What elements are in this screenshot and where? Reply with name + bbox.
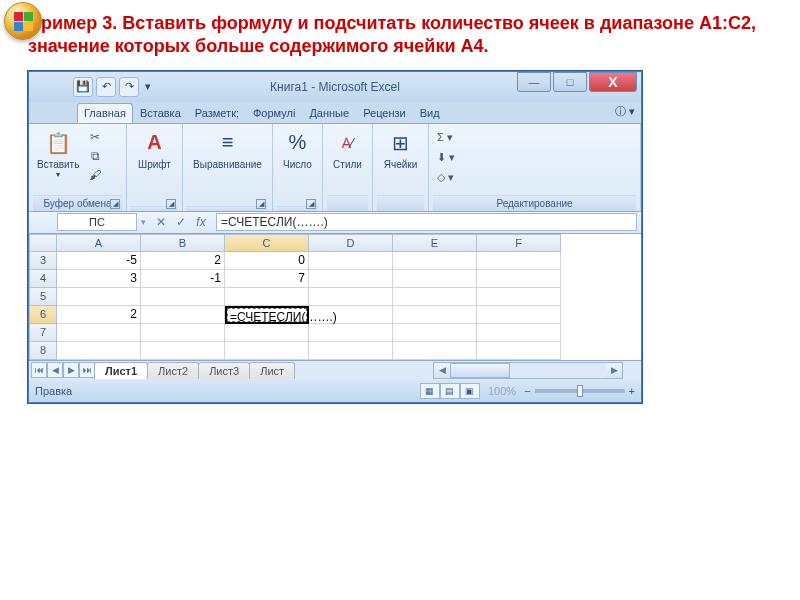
sheet-tab-2[interactable]: Лист2: [147, 362, 199, 379]
cell[interactable]: [57, 324, 141, 342]
row-header-3[interactable]: 3: [29, 252, 57, 270]
cell[interactable]: [309, 270, 393, 288]
cell[interactable]: 3: [57, 270, 141, 288]
alignment-group-button[interactable]: ≡Выравнивание: [187, 127, 268, 172]
cell[interactable]: 2: [57, 306, 141, 324]
col-header-F[interactable]: F: [477, 234, 561, 252]
next-sheet-icon[interactable]: ▶: [63, 362, 79, 378]
cell[interactable]: [309, 252, 393, 270]
worksheet-grid[interactable]: ABCDEF3-52043-17562=СЧЕТЕСЛИ(…….)78: [29, 234, 641, 360]
cell[interactable]: [393, 270, 477, 288]
cell[interactable]: [225, 342, 309, 360]
page-break-view-icon[interactable]: ▣: [460, 383, 480, 399]
enter-formula-icon[interactable]: ✓: [172, 214, 190, 230]
first-sheet-icon[interactable]: ⏮: [31, 362, 47, 378]
cell[interactable]: [477, 252, 561, 270]
row-header-7[interactable]: 7: [29, 324, 57, 342]
page-layout-view-icon[interactable]: ▤: [440, 383, 460, 399]
dialog-launcher-icon[interactable]: ◢: [306, 199, 316, 209]
fill-icon[interactable]: ⬇ ▾: [437, 151, 455, 164]
last-sheet-icon[interactable]: ⏭: [79, 362, 95, 378]
tab-view[interactable]: Вид: [413, 103, 447, 123]
row-header-4[interactable]: 4: [29, 270, 57, 288]
col-header-D[interactable]: D: [309, 234, 393, 252]
tab-formulas[interactable]: Формулі: [246, 103, 302, 123]
cell[interactable]: [225, 324, 309, 342]
fx-icon[interactable]: fx: [192, 214, 210, 230]
tab-insert[interactable]: Вставка: [133, 103, 188, 123]
format-painter-icon[interactable]: 🖌: [86, 167, 104, 183]
dialog-launcher-icon[interactable]: ◢: [110, 199, 120, 209]
row-header-8[interactable]: 8: [29, 342, 57, 360]
cell[interactable]: [477, 306, 561, 324]
sheet-tab-4[interactable]: Лист: [249, 362, 295, 379]
tab-layout[interactable]: Разметк;: [188, 103, 246, 123]
row-header-6[interactable]: 6: [29, 306, 57, 324]
dialog-launcher-icon[interactable]: ◢: [256, 199, 266, 209]
cell[interactable]: -5: [57, 252, 141, 270]
zoom-out-icon[interactable]: −: [524, 385, 530, 397]
zoom-slider[interactable]: [535, 389, 625, 393]
tab-data[interactable]: Данные: [302, 103, 356, 123]
sheet-tab-1[interactable]: Лист1: [94, 362, 148, 379]
help-icon[interactable]: ⓘ ▾: [615, 104, 635, 119]
maximize-button[interactable]: □: [553, 72, 587, 92]
cell[interactable]: [57, 288, 141, 306]
select-all-corner[interactable]: [29, 234, 57, 252]
paste-button[interactable]: 📋 Вставить▾: [33, 127, 83, 185]
cell[interactable]: 0: [225, 252, 309, 270]
clear-icon[interactable]: ◇ ▾: [437, 171, 454, 184]
cell[interactable]: [141, 306, 225, 324]
horizontal-scrollbar[interactable]: ◀▶: [433, 362, 623, 379]
cell[interactable]: [309, 324, 393, 342]
save-icon[interactable]: 💾: [73, 77, 93, 97]
minimize-button[interactable]: —: [517, 72, 551, 92]
font-group-button[interactable]: AШрифт: [131, 127, 178, 172]
copy-icon[interactable]: ⧉: [86, 148, 104, 164]
cell[interactable]: [141, 342, 225, 360]
cell[interactable]: -1: [141, 270, 225, 288]
sheet-tab-3[interactable]: Лист3: [198, 362, 250, 379]
col-header-B[interactable]: B: [141, 234, 225, 252]
cell[interactable]: [309, 288, 393, 306]
cell[interactable]: [393, 252, 477, 270]
row-header-5[interactable]: 5: [29, 288, 57, 306]
dialog-launcher-icon[interactable]: ◢: [166, 199, 176, 209]
redo-icon[interactable]: ↷: [119, 77, 139, 97]
cell[interactable]: [477, 270, 561, 288]
cell[interactable]: [57, 342, 141, 360]
close-button[interactable]: X: [589, 72, 637, 92]
cell[interactable]: [477, 342, 561, 360]
styles-group-button[interactable]: A⁄Стили: [327, 127, 368, 172]
cell[interactable]: [393, 342, 477, 360]
cells-group-button[interactable]: ⊞Ячейки: [377, 127, 424, 172]
col-header-A[interactable]: A: [57, 234, 141, 252]
cell[interactable]: [225, 288, 309, 306]
cell[interactable]: [393, 324, 477, 342]
col-header-E[interactable]: E: [393, 234, 477, 252]
zoom-level[interactable]: 100%: [488, 385, 516, 397]
tab-home[interactable]: Главная: [77, 103, 133, 123]
cell[interactable]: [309, 342, 393, 360]
cell[interactable]: [141, 324, 225, 342]
cell[interactable]: 2: [141, 252, 225, 270]
tab-review[interactable]: Рецензи: [356, 103, 413, 123]
qat-dropdown-icon[interactable]: ▾: [142, 77, 154, 97]
cell[interactable]: [393, 288, 477, 306]
undo-icon[interactable]: ↶: [96, 77, 116, 97]
cell[interactable]: 7: [225, 270, 309, 288]
office-button[interactable]: [4, 2, 42, 40]
col-header-C[interactable]: C: [225, 234, 309, 252]
autosum-icon[interactable]: Σ ▾: [437, 131, 453, 144]
prev-sheet-icon[interactable]: ◀: [47, 362, 63, 378]
cell[interactable]: [393, 306, 477, 324]
active-cell[interactable]: =СЧЕТЕСЛИ(…….): [225, 306, 309, 324]
cell[interactable]: [141, 288, 225, 306]
cell[interactable]: [477, 288, 561, 306]
formula-input[interactable]: =СЧЕТЕСЛИ(…….): [216, 213, 637, 231]
cancel-formula-icon[interactable]: ✕: [152, 214, 170, 230]
name-box[interactable]: ПС: [57, 213, 137, 231]
cut-icon[interactable]: ✂: [86, 129, 104, 145]
normal-view-icon[interactable]: ▦: [420, 383, 440, 399]
number-group-button[interactable]: %Число: [277, 127, 318, 172]
